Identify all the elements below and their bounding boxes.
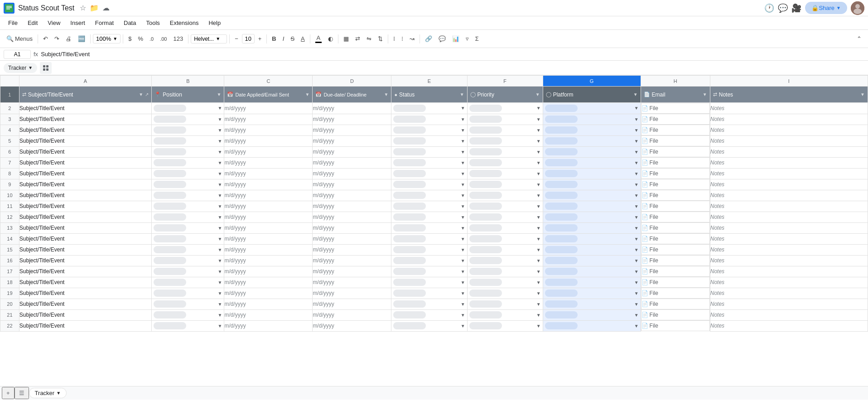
due-date-cell-7[interactable]: m/d/yyyy (313, 157, 391, 168)
email-cell-13[interactable]: 📄File (641, 222, 710, 233)
notes-cell-7[interactable]: Notes (710, 157, 868, 168)
borders-button[interactable]: ▦ (341, 34, 352, 44)
search-menus-button[interactable]: 🔍 Menus (4, 34, 35, 44)
notes-cell-9[interactable]: Notes (710, 179, 868, 190)
priority-cell-9[interactable]: ▼ (467, 179, 543, 190)
date-applied-cell-20[interactable]: m/d/yyyy (224, 299, 313, 309)
number-format-button[interactable]: 123 (170, 34, 186, 44)
priority-cell-21[interactable]: ▼ (467, 309, 543, 320)
notes-cell-18[interactable]: Notes (710, 277, 868, 288)
menu-insert[interactable]: Insert (66, 18, 90, 28)
valign-button[interactable]: ⁝ (399, 34, 406, 44)
status-cell-7[interactable]: ▼ (391, 157, 467, 168)
subject-cell-14[interactable]: Subject/Title/Event (19, 233, 151, 244)
priority-cell-20[interactable]: ▼ (467, 299, 543, 309)
email-cell-18[interactable]: 📄File (641, 277, 710, 288)
due-date-cell-16[interactable]: m/d/yyyy (313, 255, 391, 266)
grid-view-button[interactable] (40, 62, 52, 74)
decimal-increase-button[interactable]: .00 (157, 34, 169, 43)
subject-cell-20[interactable]: Subject/Title/Event (19, 299, 151, 309)
position-cell-18[interactable]: ▼ (152, 277, 224, 288)
date-applied-cell-3[interactable]: m/d/yyyy (224, 114, 313, 125)
chart-button[interactable]: 📊 (449, 34, 462, 44)
subject-cell-15[interactable]: Subject/Title/Event (19, 244, 151, 255)
status-cell-11[interactable]: ▼ (391, 201, 467, 212)
function-button[interactable]: Σ (473, 34, 482, 44)
position-cell-8[interactable]: ▼ (152, 168, 224, 179)
email-cell-7[interactable]: 📄File (641, 157, 710, 168)
header-notes[interactable]: ⇄ Notes ▼ (710, 87, 868, 103)
due-date-cell-13[interactable]: m/d/yyyy (313, 222, 391, 233)
subject-cell-4[interactable]: Subject/Title/Event (19, 125, 151, 135)
email-cell-8[interactable]: 📄File (641, 168, 710, 179)
priority-cell-19[interactable]: ▼ (467, 288, 543, 299)
status-cell-16[interactable]: ▼ (391, 255, 467, 266)
col-header-f[interactable]: F (467, 76, 543, 87)
email-cell-6[interactable]: 📄File (641, 146, 710, 157)
subject-cell-22[interactable]: Subject/Title/Event (19, 320, 151, 331)
status-cell-9[interactable]: ▼ (391, 179, 467, 190)
priority-cell-12[interactable]: ▼ (467, 212, 543, 222)
notes-cell-16[interactable]: Notes (710, 255, 868, 266)
link-button[interactable]: 🔗 (422, 34, 435, 44)
strikethrough-button[interactable]: S (288, 34, 297, 44)
notes-cell-12[interactable]: Notes (710, 212, 868, 222)
position-cell-21[interactable]: ▼ (152, 309, 224, 320)
email-cell-4[interactable]: 📄File (641, 125, 710, 135)
subject-cell-17[interactable]: Subject/Title/Event (19, 266, 151, 277)
due-date-cell-9[interactable]: m/d/yyyy (313, 179, 391, 190)
col-header-g[interactable]: G (543, 76, 641, 87)
comment-button[interactable]: 💬 (436, 34, 448, 44)
position-cell-4[interactable]: ▼ (152, 125, 224, 135)
platform-cell-22[interactable]: ▼ (543, 320, 641, 331)
col-header-d[interactable]: D (313, 76, 391, 87)
video-icon[interactable]: 🎥 (791, 3, 801, 13)
email-cell-15[interactable]: 📄File (641, 244, 710, 255)
platform-cell-16[interactable]: ▼ (543, 255, 641, 266)
due-date-cell-14[interactable]: m/d/yyyy (313, 233, 391, 244)
platform-cell-4[interactable]: ▼ (543, 125, 641, 135)
status-cell-14[interactable]: ▼ (391, 233, 467, 244)
platform-cell-11[interactable]: ▼ (543, 201, 641, 212)
notes-cell-21[interactable]: Notes (710, 309, 868, 320)
date-applied-cell-21[interactable]: m/d/yyyy (224, 309, 313, 320)
date-applied-cell-4[interactable]: m/d/yyyy (224, 125, 313, 135)
priority-cell-2[interactable]: ▼ (467, 103, 543, 114)
subject-cell-6[interactable]: Subject/Title/Event (19, 146, 151, 157)
subject-cell-8[interactable]: Subject/Title/Event (19, 168, 151, 179)
date-applied-cell-13[interactable]: m/d/yyyy (224, 222, 313, 233)
col-header-e[interactable]: E (391, 76, 467, 87)
header-position[interactable]: 📍 Position ▼ (152, 87, 224, 103)
header-platform[interactable]: ◯ Platform ▼ (543, 87, 641, 103)
position-cell-15[interactable]: ▼ (152, 244, 224, 255)
notes-cell-6[interactable]: Notes (710, 146, 868, 157)
status-cell-2[interactable]: ▼ (391, 103, 467, 114)
subject-cell-18[interactable]: Subject/Title/Event (19, 277, 151, 288)
col-header-b[interactable]: B (152, 76, 224, 87)
platform-cell-13[interactable]: ▼ (543, 222, 641, 233)
platform-cell-18[interactable]: ▼ (543, 277, 641, 288)
email-cell-14[interactable]: 📄File (641, 233, 710, 244)
status-cell-6[interactable]: ▼ (391, 146, 467, 157)
email-cell-2[interactable]: 📄File (641, 103, 710, 114)
history-icon[interactable]: 🕐 (764, 3, 774, 13)
email-cell-11[interactable]: 📄File (641, 201, 710, 212)
due-date-cell-12[interactable]: m/d/yyyy (313, 212, 391, 222)
position-cell-16[interactable]: ▼ (152, 255, 224, 266)
currency-button[interactable]: $ (125, 34, 134, 44)
subject-cell-9[interactable]: Subject/Title/Event (19, 179, 151, 190)
star-icon[interactable]: ☆ (80, 4, 86, 12)
date-applied-cell-2[interactable]: m/d/yyyy (224, 103, 313, 114)
priority-cell-6[interactable]: ▼ (467, 146, 543, 157)
position-cell-7[interactable]: ▼ (152, 157, 224, 168)
tracker-chip[interactable]: Tracker ▼ (4, 63, 37, 73)
underline-button[interactable]: A (298, 34, 308, 44)
date-applied-cell-11[interactable]: m/d/yyyy (224, 201, 313, 212)
status-cell-22[interactable]: ▼ (391, 320, 467, 331)
platform-cell-15[interactable]: ▼ (543, 244, 641, 255)
priority-cell-4[interactable]: ▼ (467, 125, 543, 135)
folder-icon[interactable]: 📁 (90, 4, 99, 12)
share-button[interactable]: 🔒 Share ▼ (805, 2, 847, 14)
text-rotation-button[interactable]: ⇅ (375, 34, 386, 44)
status-cell-3[interactable]: ▼ (391, 114, 467, 125)
